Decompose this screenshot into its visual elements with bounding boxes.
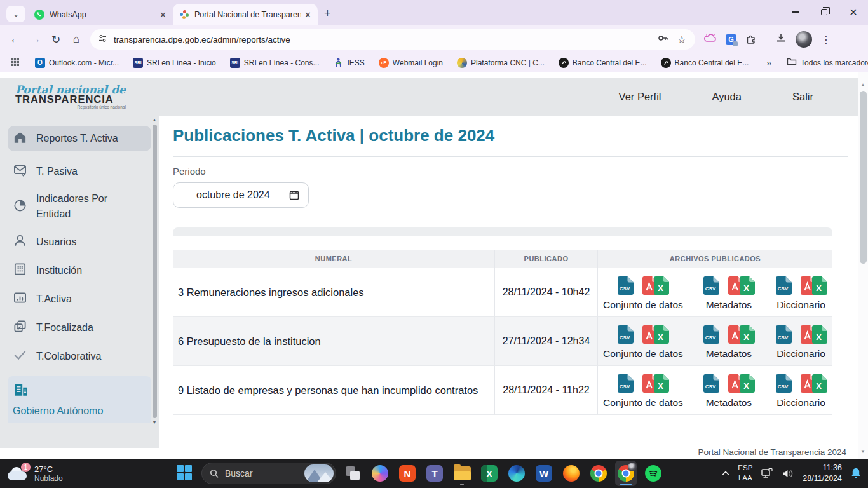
file-group-label[interactable]: Conjunto de datos (603, 348, 683, 360)
url-text[interactable]: transparencia.dpe.gob.ec/admin/reports/a… (114, 35, 657, 44)
taskbar-app-chrome-active[interactable] (615, 461, 637, 486)
period-month-input[interactable]: octubre de 2024 (173, 182, 309, 208)
close-icon[interactable]: ✕ (304, 10, 311, 20)
file-group-label[interactable]: Conjunto de datos (603, 299, 683, 311)
excel-file-icon[interactable]: X (738, 325, 755, 344)
file-group-label[interactable]: Diccionario (776, 299, 825, 311)
csv-file-icon[interactable]: CSV (702, 374, 719, 393)
csv-file-icon[interactable]: CSV (702, 325, 719, 344)
excel-file-icon[interactable]: X (811, 374, 827, 393)
volume-icon[interactable] (782, 468, 794, 479)
bookmarks-overflow-chevron[interactable]: » (766, 58, 771, 68)
translate-icon[interactable]: G (726, 34, 736, 45)
scroll-up-icon[interactable]: ▲ (153, 117, 157, 123)
password-key-icon[interactable] (657, 32, 668, 46)
calendar-icon[interactable] (289, 190, 299, 200)
scrollbar-thumb[interactable] (860, 91, 867, 264)
bookmark-iess[interactable]: IESS (334, 58, 365, 68)
taskbar-app-spotify[interactable] (642, 461, 664, 486)
back-button[interactable]: ← (5, 33, 25, 46)
nav-ayuda[interactable]: Ayuda (712, 91, 742, 103)
sidebar-scrollbar[interactable]: ▲ ▼ (151, 117, 158, 426)
all-bookmarks-button[interactable]: Todos los marcadores (787, 57, 868, 68)
task-view-button[interactable] (342, 461, 363, 486)
sidebar-item-t-activa[interactable]: T.Activa (8, 290, 151, 308)
sidebar-item-usuarios[interactable]: Usuarios (8, 233, 151, 250)
csv-file-icon[interactable]: CSV (775, 325, 792, 344)
tab-whatsapp[interactable]: WhatsApp ✕ (28, 4, 173, 25)
csv-file-icon[interactable]: CSV (616, 325, 634, 344)
file-group-label[interactable]: Diccionario (776, 348, 825, 360)
file-group-label[interactable]: Conjunto de datos (603, 397, 683, 409)
bookmark-bce-2[interactable]: Banco Central del E... (661, 58, 749, 68)
excel-file-icon[interactable]: X (738, 276, 755, 295)
site-info-icon[interactable] (98, 34, 107, 46)
bookmark-star-icon[interactable]: ☆ (677, 34, 686, 46)
bookmark-webmail[interactable]: cP Webmail Login (379, 58, 443, 68)
file-group-label[interactable]: Metadatos (706, 348, 752, 360)
search-highlight-image[interactable] (304, 464, 334, 482)
forward-button[interactable]: → (25, 33, 46, 46)
tray-clock[interactable]: 11:36 28/11/2024 (803, 463, 842, 484)
bookmark-sri-inicio[interactable]: SRI SRI en Línea - Inicio (133, 58, 216, 68)
sidebar-item-t-colaborativa[interactable]: T.Colaborativa (8, 348, 151, 365)
new-tab-button[interactable]: + (324, 7, 331, 20)
scroll-down-icon[interactable]: ▼ (153, 419, 157, 426)
bookmark-outlook[interactable]: O Outlook.com - Micr... (35, 58, 119, 68)
reload-button[interactable]: ↻ (46, 33, 66, 46)
taskbar-app-chrome[interactable] (588, 461, 609, 486)
bookmark-cnc[interactable]: Plataforma CNC | C... (457, 58, 545, 68)
nav-ver-perfil[interactable]: Ver Perfil (619, 91, 661, 103)
restore-button[interactable] (810, 0, 839, 24)
excel-file-icon[interactable]: X (738, 374, 755, 393)
menu-dots-icon[interactable]: ⋮ (821, 34, 831, 46)
scroll-up-icon[interactable]: ▲ (860, 81, 865, 90)
csv-file-icon[interactable]: CSV (616, 276, 634, 295)
taskbar-app-teams[interactable]: T (424, 461, 445, 486)
taskbar-app-firefox[interactable] (560, 461, 582, 486)
scrollbar-thumb[interactable] (153, 125, 157, 418)
page-scrollbar[interactable]: ▲ ▼ (858, 72, 868, 459)
sidebar-item-reportes-t-activa[interactable]: Reportes T. Activa (8, 126, 151, 151)
taskbar-search[interactable]: Buscar (201, 463, 336, 484)
taskbar-app-excel[interactable]: X (478, 461, 500, 486)
csv-file-icon[interactable]: CSV (775, 374, 792, 393)
taskbar-app-word[interactable]: W (533, 461, 555, 486)
sidebar-item-indicadores[interactable]: Indicadores Por Entidad (8, 191, 151, 222)
bookmark-bce-1[interactable]: Banco Central del E... (559, 58, 647, 68)
tray-chevron-up-icon[interactable] (722, 471, 729, 476)
notifications-bell-icon[interactable] (850, 467, 862, 480)
address-bar[interactable]: transparencia.dpe.gob.ec/admin/reports/a… (90, 29, 695, 50)
sidebar-item-institucion[interactable]: Institución (8, 262, 151, 279)
profile-avatar[interactable] (796, 31, 812, 48)
excel-file-icon[interactable]: X (811, 276, 827, 295)
nav-salir[interactable]: Salir (792, 91, 813, 103)
network-icon[interactable] (761, 468, 773, 479)
taskbar-app-nitro-pdf[interactable]: N (397, 461, 418, 486)
csv-file-icon[interactable]: CSV (616, 374, 634, 393)
file-group-label[interactable]: Metadatos (706, 397, 752, 409)
weather-widget[interactable]: 1 27°C Nublado (6, 464, 165, 483)
language-indicator[interactable]: ESP LAA (738, 463, 752, 483)
excel-file-icon[interactable]: X (653, 276, 669, 295)
close-icon[interactable]: ✕ (159, 10, 166, 20)
minimize-button[interactable] (780, 0, 810, 24)
apps-grid-icon[interactable] (10, 57, 20, 69)
close-window-button[interactable]: ✕ (839, 0, 868, 24)
start-button[interactable] (174, 461, 196, 486)
excel-file-icon[interactable]: X (653, 374, 669, 393)
file-group-label[interactable]: Diccionario (776, 397, 825, 409)
csv-file-icon[interactable]: CSV (775, 276, 792, 295)
home-button[interactable]: ⌂ (66, 33, 86, 46)
downloads-icon[interactable] (775, 32, 787, 46)
excel-file-icon[interactable]: X (811, 325, 827, 344)
extension-cloud-icon[interactable] (704, 33, 717, 46)
bookmark-sri-consultas[interactable]: SRI SRI en Línea - Cons... (230, 58, 320, 68)
sidebar-item-gobierno-autonomo[interactable]: Gobierno Autónomo (8, 376, 151, 423)
tab-portal[interactable]: Portal Nacional de Transparenci ✕ (173, 4, 318, 25)
scroll-down-icon[interactable]: ▼ (860, 447, 865, 456)
excel-file-icon[interactable]: X (653, 325, 669, 344)
taskbar-app-file-explorer[interactable] (451, 461, 473, 486)
taskbar-app-edge[interactable] (506, 461, 527, 486)
tab-search-button[interactable]: ⌄ (6, 6, 25, 22)
